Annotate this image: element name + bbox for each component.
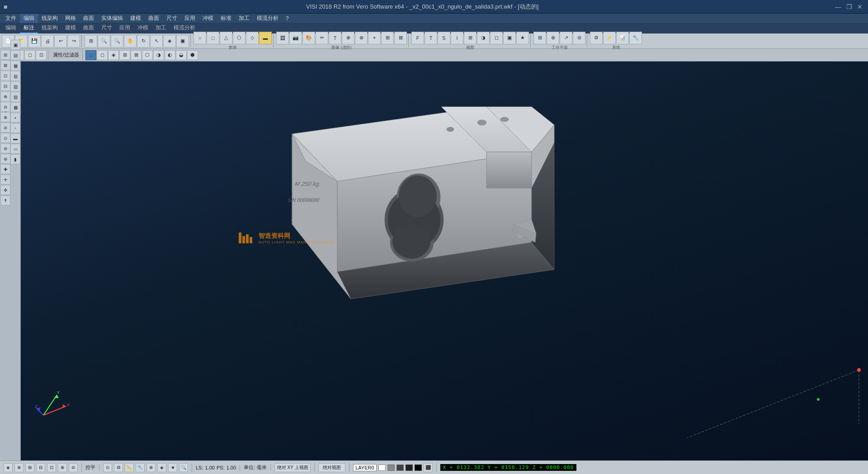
tb-sys-1[interactable]: ⚙ — [590, 32, 603, 44]
status-btn-track[interactable]: ⊗ — [58, 463, 67, 472]
color-swatch-darkest[interactable] — [406, 465, 413, 471]
sub-btn-3[interactable]: ◻ — [24, 50, 35, 60]
toolbar-rotate[interactable]: ↻ — [137, 35, 150, 47]
tb-img-3[interactable]: 🎨 — [302, 32, 315, 44]
sub-btn-11[interactable]: ◒ — [176, 50, 187, 60]
toolbar-undo[interactable]: ↩ — [54, 35, 67, 47]
lbox-r10[interactable]: ▬ — [10, 133, 20, 143]
close-button[interactable]: ✕ — [855, 2, 864, 11]
lbox-r12[interactable]: ▮ — [10, 154, 20, 164]
lbox-l10[interactable]: ⊚ — [0, 143, 10, 153]
lbox-r4[interactable]: ▥ — [10, 71, 20, 81]
tb-view-side[interactable]: S — [438, 32, 450, 44]
sub-btn-12[interactable]: ⬢ — [187, 50, 198, 60]
tb-shape-2[interactable]: □ — [207, 32, 219, 44]
tb-view-front[interactable]: F — [411, 32, 424, 44]
sub-btn-6[interactable]: ◈ — [108, 50, 119, 60]
sub-btn-7[interactable]: ⊞ — [119, 50, 130, 60]
color-swatch-gray[interactable] — [387, 465, 395, 471]
tb-img-1[interactable]: 🖼 — [276, 32, 289, 44]
lbox-r3[interactable]: ▦ — [10, 61, 20, 71]
status-btn-grid[interactable]: ⊞ — [25, 463, 34, 472]
lbox-l11[interactable]: ⊛ — [0, 154, 10, 164]
sub-btn-4[interactable]: ⊡ — [36, 50, 47, 60]
menu-help[interactable]: ? — [282, 14, 292, 23]
status-icon-3[interactable]: 📐 — [125, 463, 134, 472]
lbox-r5[interactable]: ▧ — [10, 81, 20, 91]
view-abs-button[interactable]: 绝对视图 — [318, 463, 345, 472]
view-xy-button[interactable]: 绝对 XY 上视图 — [274, 463, 311, 472]
status-btn-mode[interactable]: ◈ — [4, 463, 13, 472]
layer-display[interactable]: LAYER0 — [353, 464, 376, 471]
toolbar-save[interactable]: 💾 — [28, 35, 41, 47]
tb-view-render[interactable]: ★ — [516, 32, 529, 44]
tb-view-persp[interactable]: ▣ — [503, 32, 516, 44]
lbox-l1[interactable]: ⊞ — [0, 50, 10, 60]
tb-view-top[interactable]: T — [425, 32, 437, 44]
tab-build[interactable]: 建模 — [61, 23, 80, 33]
color-swatch-white[interactable] — [378, 465, 386, 471]
menu-mold-flow[interactable]: 模流分析 — [253, 14, 282, 23]
tb-shape-3[interactable]: △ — [220, 32, 232, 44]
sub-btn-active[interactable]: □ — [85, 50, 96, 60]
tb-view-iso[interactable]: I — [451, 32, 463, 44]
tab-wireframe[interactable]: 线架构 — [38, 23, 61, 33]
status-icon-2[interactable]: ⚙ — [114, 463, 123, 472]
toolbar-zoom-in[interactable]: 🔍 — [98, 35, 110, 47]
tb-shape-4[interactable]: ⬡ — [233, 32, 245, 44]
lbox-l12[interactable]: ✚ — [0, 164, 10, 174]
menu-file[interactable]: 文件 — [2, 14, 20, 23]
toolbar-redo[interactable]: ↪ — [67, 35, 80, 47]
lbox-r8[interactable]: ▪ — [10, 113, 20, 123]
lbox-l14[interactable]: ✜ — [0, 185, 10, 195]
tb-sys-3[interactable]: 📊 — [616, 32, 629, 44]
sub-btn-cube[interactable]: ⬡ — [142, 50, 153, 60]
toolbar-print[interactable]: 🖨 — [41, 35, 54, 47]
status-btn-snap[interactable]: ⊕ — [14, 463, 24, 472]
menu-dimension[interactable]: 尺寸 — [163, 14, 181, 23]
tb-wp-1[interactable]: ⊞ — [533, 32, 546, 44]
menu-standard[interactable]: 标准 — [217, 14, 235, 23]
lbox-r7[interactable]: ▩ — [10, 102, 20, 112]
tb-sys-2[interactable]: ⚡ — [603, 32, 616, 44]
menu-edit[interactable]: 编辑 — [20, 14, 38, 23]
lbox-l4[interactable]: ⊟ — [0, 81, 10, 91]
status-icon-6[interactable]: ◈ — [157, 463, 166, 472]
tb-img-7[interactable]: ⊗ — [355, 32, 368, 44]
tb-shape-1[interactable]: ○ — [193, 32, 206, 44]
lbox-l15[interactable]: ✝ — [0, 195, 10, 205]
tb-img-2[interactable]: 📷 — [289, 32, 302, 44]
lbox-r1[interactable]: ▣ — [10, 40, 20, 50]
lbox-l13[interactable]: ✛ — [0, 175, 10, 185]
status-icon-8[interactable]: 🔍 — [179, 463, 188, 472]
toolbar-iso[interactable]: ◈ — [163, 35, 176, 47]
lbox-l3[interactable]: ⊡ — [0, 71, 10, 81]
tb-view-fit[interactable]: ⊞ — [464, 32, 476, 44]
color-picker-btn[interactable]: ⬛ — [424, 463, 433, 472]
sub-btn-10[interactable]: ◐ — [165, 50, 175, 60]
toolbar-select[interactable]: ↖ — [150, 35, 163, 47]
menu-stamp[interactable]: 冲模 — [199, 14, 217, 23]
tb-view-shade[interactable]: ◑ — [477, 32, 490, 44]
lbox-l7[interactable]: ⊗ — [0, 112, 10, 122]
menu-curve[interactable]: 曲面 — [145, 14, 163, 23]
lbox-r9[interactable]: ▫ — [10, 123, 20, 133]
toolbar-pan[interactable]: ✋ — [124, 35, 137, 47]
tb-img-10[interactable]: ⊠ — [394, 32, 407, 44]
status-btn-ortho[interactable]: ⊟ — [36, 463, 45, 472]
color-swatch-dark[interactable] — [396, 465, 404, 471]
lbox-r6[interactable]: ▨ — [10, 92, 20, 102]
tab-edit[interactable]: 编辑 — [2, 23, 20, 33]
tb-shape-5[interactable]: ◇ — [246, 32, 259, 44]
status-btn-polar[interactable]: ⊡ — [47, 463, 56, 472]
tb-img-4[interactable]: ✏ — [316, 32, 328, 44]
status-icon-1[interactable]: ⊙ — [103, 463, 112, 472]
lbox-l2[interactable]: ⊠ — [0, 60, 10, 70]
tb-wp-4[interactable]: ⊘ — [573, 32, 585, 44]
status-icon-4[interactable]: 🔧 — [136, 463, 145, 472]
sub-btn-5[interactable]: ◻ — [97, 50, 108, 60]
status-icon-5[interactable]: ⊕ — [146, 463, 156, 472]
toolbar-zoom-out[interactable]: 🔍 — [111, 35, 123, 47]
status-icon-7[interactable]: ★ — [168, 463, 177, 472]
lbox-r11[interactable]: ▭ — [10, 144, 20, 154]
